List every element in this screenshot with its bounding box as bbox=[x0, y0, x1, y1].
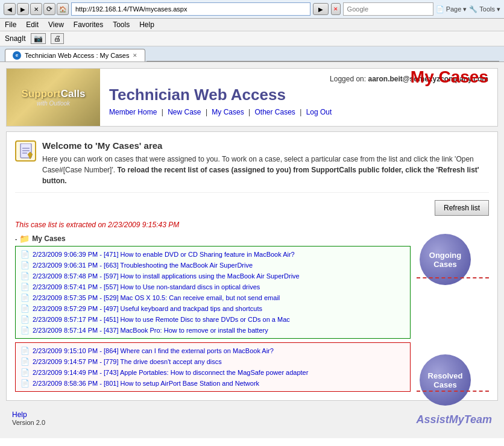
case-doc-icon: 📄 bbox=[20, 283, 30, 291]
my-cases-label: My Cases bbox=[32, 234, 65, 243]
resolved-arrow bbox=[417, 391, 489, 392]
snagit-label: SnagIt bbox=[5, 34, 26, 43]
app-title: Technician Web Access bbox=[109, 86, 332, 104]
tab-label: Technician Web Access : My Cases bbox=[25, 52, 129, 59]
cases-layout: - 📁 My Cases 📄 2/23/2009 9:06:39 PM - [4… bbox=[15, 234, 489, 392]
page-title: My Cases bbox=[411, 68, 488, 87]
case-doc-icon: 📄 bbox=[20, 315, 30, 324]
forward-button[interactable]: ▶ bbox=[17, 3, 29, 15]
menu-edit[interactable]: Edit bbox=[26, 20, 39, 29]
extracted-date: This case list is extracted on 2/23/2009… bbox=[15, 221, 489, 229]
resolved-cases-box: 📄 2/23/2009 9:15:10 PM - [864] Where can… bbox=[15, 342, 411, 392]
tab-mycases[interactable]: e Technician Web Access : My Cases ✕ bbox=[5, 49, 145, 61]
logo-text: SupportCalls bbox=[22, 88, 86, 100]
help-link[interactable]: Help bbox=[12, 410, 27, 419]
ongoing-case-item: 📄 2/23/2009 8:57:35 PM - [529] Mac OS X … bbox=[18, 292, 408, 303]
ongoing-cases-box: 📄 2/23/2009 9:06:39 PM - [471] How to en… bbox=[15, 246, 411, 339]
tab-close-icon[interactable]: ✕ bbox=[133, 52, 137, 58]
menu-view[interactable]: View bbox=[48, 20, 64, 29]
menu-file[interactable]: File bbox=[5, 20, 16, 29]
go-button[interactable]: ▶ bbox=[313, 3, 329, 15]
case-doc-icon: 📄 bbox=[20, 250, 30, 259]
cases-list-area: - 📁 My Cases 📄 2/23/2009 9:06:39 PM - [4… bbox=[15, 234, 411, 392]
page-menu[interactable]: 📄 Page ▾ bbox=[436, 5, 467, 13]
resolved-case-item: 📄 2/23/2009 9:14:49 PM - [743] Apple Por… bbox=[18, 367, 408, 378]
logged-on-label: Logged on: bbox=[330, 75, 366, 83]
resolved-case-item: 📄 2/23/2009 9:15:10 PM - [864] Where can… bbox=[18, 345, 408, 356]
refresh-browser-button[interactable]: ⟳ bbox=[43, 3, 55, 15]
snagit-icon2[interactable]: 🖨 bbox=[51, 33, 64, 44]
browser-toolbar2: SnagIt 📷 🖨 bbox=[0, 31, 504, 46]
menu-favorites[interactable]: Favorites bbox=[74, 20, 103, 29]
nav-my-cases[interactable]: My Cases bbox=[212, 108, 244, 116]
brand-label: AssistMyTeam bbox=[417, 413, 492, 426]
case-doc-icon: 📄 bbox=[20, 304, 30, 313]
nav-log-out[interactable]: Log Out bbox=[306, 108, 332, 116]
case-link[interactable]: 2/23/2009 8:57:41 PM - [557] How to Use … bbox=[33, 283, 260, 291]
tab-bar: e Technician Web Access : My Cases ✕ bbox=[0, 46, 504, 61]
case-doc-icon: 📄 bbox=[20, 347, 30, 355]
case-link[interactable]: 2/23/2009 8:57:48 PM - [597] How to inst… bbox=[33, 272, 300, 280]
case-link[interactable]: 2/23/2009 8:57:17 PM - [451] How to use … bbox=[33, 316, 290, 323]
header-right: Logged on: aaron.beit@somexyzcompany.com… bbox=[100, 69, 497, 126]
refresh-list-button[interactable]: Refresh list bbox=[435, 200, 489, 216]
case-doc-icon: 📄 bbox=[20, 368, 30, 377]
resolved-case-item: 📄 2/23/2009 9:14:57 PM - [779] The drive… bbox=[18, 356, 408, 367]
welcome-title: Welcome to 'My Cases' area bbox=[42, 140, 489, 151]
folder-icon: 📁 bbox=[19, 234, 30, 243]
header-area: SupportCalls with Outlook Logged on: aar… bbox=[6, 68, 498, 127]
case-doc-icon: 📄 bbox=[20, 261, 30, 269]
ongoing-case-item: 📄 2/23/2009 8:57:14 PM - [437] MacBook P… bbox=[18, 325, 408, 336]
address-bar[interactable] bbox=[71, 2, 310, 16]
nav-bar: Member Home | New Case | My Cases | Othe… bbox=[109, 108, 332, 116]
ongoing-case-item: 📄 2/23/2009 8:57:29 PM - [497] Useful ke… bbox=[18, 303, 408, 314]
welcome-body: Here you can work on cases that were ass… bbox=[42, 154, 489, 186]
resolved-case-item: 📄 2/23/2009 8:58:36 PM - [801] How to se… bbox=[18, 378, 408, 389]
case-link[interactable]: 2/23/2009 9:14:57 PM - [779] The drive d… bbox=[33, 358, 222, 365]
case-link[interactable]: 2/23/2009 9:15:10 PM - [864] Where can I… bbox=[33, 347, 274, 354]
version-label: Version 2.0 bbox=[12, 419, 45, 426]
snagit-icon1[interactable]: 📷 bbox=[31, 33, 46, 44]
nav-new-case[interactable]: New Case bbox=[168, 108, 201, 116]
case-doc-icon: 📄 bbox=[20, 379, 30, 388]
ongoing-case-item: 📄 2/23/2009 9:06:39 PM - [471] How to en… bbox=[18, 249, 408, 260]
tab-ie-icon: e bbox=[13, 51, 21, 60]
back-button[interactable]: ◀ bbox=[4, 3, 16, 15]
ongoing-case-item: 📄 2/23/2009 8:57:17 PM - [451] How to us… bbox=[18, 314, 408, 325]
welcome-text-area: Welcome to 'My Cases' area Here you can … bbox=[42, 140, 489, 186]
ongoing-case-item: 📄 2/23/2009 8:57:48 PM - [597] How to in… bbox=[18, 271, 408, 281]
menu-help[interactable]: Help bbox=[139, 20, 154, 29]
case-link[interactable]: 2/23/2009 9:06:31 PM - [663] Troubleshoo… bbox=[33, 262, 253, 269]
home-button[interactable]: 🏠 bbox=[57, 3, 69, 15]
resolved-cases-bubble: Resolved Cases bbox=[420, 354, 471, 406]
menu-tools[interactable]: Tools bbox=[113, 20, 130, 29]
stop-x-button[interactable]: ✕ bbox=[331, 3, 341, 15]
nav-other-cases[interactable]: Other Cases bbox=[255, 108, 295, 116]
tools-menu[interactable]: 🔧 Tools ▾ bbox=[469, 5, 500, 13]
case-link[interactable]: 2/23/2009 8:57:14 PM - [437] MacBook Pro… bbox=[33, 327, 268, 334]
case-doc-icon: 📄 bbox=[20, 326, 30, 334]
ongoing-arrow bbox=[417, 277, 489, 278]
case-doc-icon: 📄 bbox=[20, 357, 30, 366]
ongoing-case-item: 📄 2/23/2009 8:57:41 PM - [557] How to Us… bbox=[18, 281, 408, 292]
case-link[interactable]: 2/23/2009 8:58:36 PM - [801] How to setu… bbox=[33, 380, 259, 387]
footer-left: Help Version 2.0 bbox=[12, 410, 45, 426]
annotation-area: Ongoing Cases Resolved Cases bbox=[417, 234, 489, 392]
stop-button[interactable]: ✕ bbox=[30, 3, 42, 15]
case-doc-icon: 📄 bbox=[20, 294, 30, 302]
tree-root: - 📁 My Cases bbox=[15, 234, 411, 243]
case-link[interactable]: 2/23/2009 9:14:49 PM - [743] Apple Porta… bbox=[33, 369, 308, 376]
tree-toggle[interactable]: - bbox=[15, 236, 17, 242]
case-link[interactable]: 2/23/2009 8:57:35 PM - [529] Mac OS X 10… bbox=[33, 294, 280, 301]
case-link[interactable]: 2/23/2009 9:06:39 PM - [471] How to enab… bbox=[33, 251, 295, 258]
search-box[interactable] bbox=[343, 2, 433, 16]
ongoing-case-item: 📄 2/23/2009 9:06:31 PM - [663] Troublesh… bbox=[18, 260, 408, 271]
logo-section: SupportCalls with Outlook bbox=[7, 69, 100, 126]
case-link[interactable]: 2/23/2009 8:57:29 PM - [497] Useful keyb… bbox=[33, 305, 262, 312]
controls-row: Refresh list bbox=[15, 200, 489, 216]
info-icon bbox=[15, 140, 36, 162]
case-doc-icon: 📄 bbox=[20, 272, 30, 280]
welcome-section: Welcome to 'My Cases' area Here you can … bbox=[15, 140, 489, 193]
nav-member-home[interactable]: Member Home bbox=[109, 108, 157, 116]
main-area: Welcome to 'My Cases' area Here you can … bbox=[6, 131, 498, 401]
